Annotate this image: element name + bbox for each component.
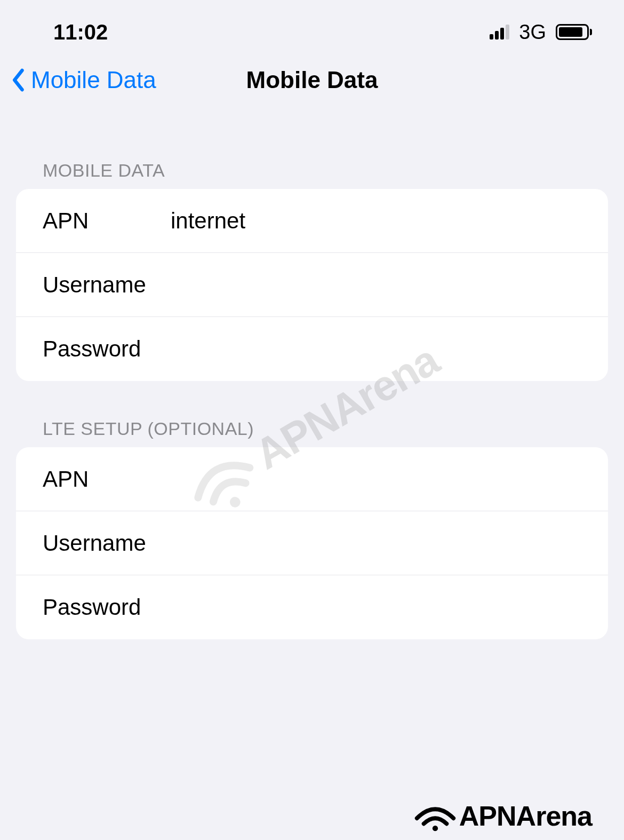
username-input[interactable] <box>171 272 581 298</box>
signal-icon <box>490 25 509 39</box>
lte-apn-label: APN <box>43 466 171 492</box>
section-header-mobile-data: MOBILE DATA <box>0 160 624 189</box>
form-row-lte-password[interactable]: Password <box>16 575 608 639</box>
form-group-mobile-data: APN Username Password <box>16 189 608 381</box>
form-row-username[interactable]: Username <box>16 253 608 317</box>
status-right: 3G <box>490 21 592 44</box>
nav-bar: Mobile Data Mobile Data <box>0 53 624 112</box>
back-button[interactable]: Mobile Data <box>11 67 156 93</box>
status-bar: 11:02 3G <box>0 0 624 53</box>
back-label: Mobile Data <box>31 67 156 93</box>
section-header-lte: LTE SETUP (OPTIONAL) <box>0 418 624 447</box>
watermark-bottom-text: APNArena <box>459 800 592 832</box>
lte-username-input[interactable] <box>171 530 581 556</box>
wifi-icon <box>411 800 459 832</box>
watermark-bottom: APNArena <box>411 800 592 832</box>
network-type: 3G <box>519 21 546 44</box>
page-title: Mobile Data <box>246 67 378 93</box>
lte-password-label: Password <box>43 595 171 620</box>
password-input[interactable] <box>171 336 581 362</box>
apn-input[interactable] <box>171 208 581 234</box>
lte-username-label: Username <box>43 530 171 556</box>
apn-label: APN <box>43 208 171 234</box>
lte-password-input[interactable] <box>171 595 581 620</box>
svg-point-1 <box>433 826 438 831</box>
password-label: Password <box>43 336 171 362</box>
form-row-password[interactable]: Password <box>16 317 608 381</box>
chevron-left-icon <box>11 68 27 92</box>
form-group-lte: APN Username Password <box>16 447 608 639</box>
form-row-apn[interactable]: APN <box>16 189 608 253</box>
form-row-lte-apn[interactable]: APN <box>16 447 608 511</box>
username-label: Username <box>43 272 171 298</box>
form-row-lte-username[interactable]: Username <box>16 511 608 575</box>
lte-apn-input[interactable] <box>171 466 581 492</box>
battery-icon <box>556 24 592 40</box>
status-time: 11:02 <box>53 20 108 44</box>
